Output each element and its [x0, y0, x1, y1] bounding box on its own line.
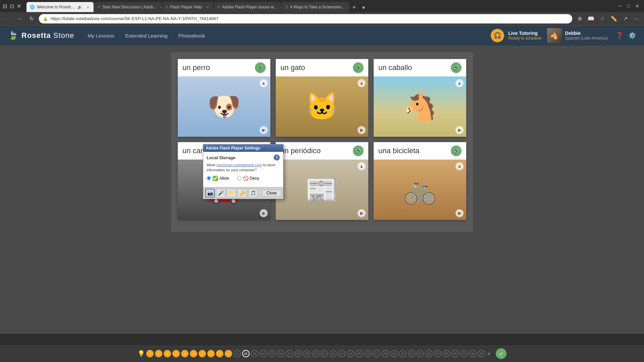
progress-dot-20[interactable]: 20 [312, 350, 319, 357]
nav-my-lessons[interactable]: My Lessons [88, 32, 114, 40]
dialog-link[interactable]: resources.rosettastone.com [216, 163, 262, 167]
progress-dot-34[interactable]: 34 [434, 350, 441, 357]
card-nav-down-periodico[interactable]: ▶ [358, 209, 366, 217]
tab-welcome[interactable]: 🌐 Welcome to Rosetta... 🔊 ✕ [26, 2, 94, 12]
help-icon[interactable]: ❓ [616, 32, 623, 39]
card-nav-down-caballo[interactable]: ▶ [455, 126, 464, 134]
dialog-help-button[interactable]: ? [274, 155, 280, 161]
tab-flash-issues[interactable]: A Adobe Flash Player issues w... ✕ [214, 2, 281, 12]
dialog-radio-deny[interactable]: 🚫 Deny [237, 176, 259, 181]
progress-dot-15[interactable]: 15 [268, 350, 276, 357]
tab-close-2[interactable]: ✕ [160, 5, 161, 9]
progress-dot-28[interactable]: 28 [382, 350, 389, 357]
url-bar[interactable]: 🔒 https://totale.rosettastone.com/course… [39, 14, 572, 23]
card-audio-perro[interactable]: 🔊 [255, 62, 266, 73]
minimize-icon[interactable]: ⊟ [3, 3, 7, 9]
window-controls[interactable]: ⊟ ⊡ ✕ [3, 3, 21, 9]
progress-dot-17[interactable]: 17 [286, 350, 293, 357]
progress-dot-39[interactable]: 39 [478, 350, 485, 357]
progress-dot-32[interactable]: 32 [417, 350, 424, 357]
radio-allow-input[interactable] [207, 176, 211, 180]
tab-close-5[interactable]: ✕ [348, 5, 349, 9]
progress-dot-33[interactable]: 33 [425, 350, 433, 357]
card-nav-down-gato[interactable]: ▶ [358, 126, 366, 134]
more-options-icon[interactable]: ··· [632, 14, 641, 23]
back-button[interactable]: ← [3, 14, 12, 23]
read-mode-icon[interactable]: 📖 [586, 14, 596, 23]
progress-dot-23[interactable]: 23 [338, 350, 345, 357]
progress-dot-4[interactable]: ✓ [172, 350, 180, 357]
progress-dot-12[interactable]: 12 [242, 350, 250, 357]
share-icon[interactable]: ⊕ [575, 14, 584, 23]
card-audio-bicicleta[interactable]: 🔊 [451, 145, 462, 156]
tab-overflow-button[interactable]: ▾ [360, 3, 368, 12]
favorites-icon[interactable]: ☆ [598, 14, 607, 23]
nav-extended-learning[interactable]: Extended Learning [125, 32, 167, 40]
tab-close-4[interactable]: ✕ [280, 5, 281, 9]
progress-dot-31[interactable]: 31 [408, 350, 415, 357]
progress-dot-37[interactable]: 37 [460, 350, 468, 357]
progress-dot-11[interactable]: 11 [233, 350, 241, 357]
maximize-icon[interactable]: ⊡ [10, 3, 14, 9]
tab-flash-help[interactable]: A Flash Player Help ✕ [162, 2, 213, 12]
new-tab-button[interactable]: + [350, 3, 359, 12]
share-btn-icon[interactable]: ↗ [621, 14, 630, 23]
progress-next-arrows[interactable]: » [488, 351, 491, 357]
progress-dot-29[interactable]: 29 [390, 350, 398, 357]
card-nav-down-perro[interactable]: ▶ [260, 126, 268, 134]
card-nav-up-perro[interactable]: ▲ [260, 79, 268, 87]
progress-dot-3[interactable]: ✓ [164, 350, 171, 357]
card-nav-up-periodico[interactable]: ▲ [358, 162, 366, 170]
card-nav-down-bicicleta[interactable]: ▶ [455, 209, 464, 217]
progress-dot-38[interactable]: 38 [469, 350, 476, 357]
radio-deny-input[interactable] [237, 176, 241, 180]
toolbar-mic-btn[interactable]: 🎤 [216, 189, 225, 197]
progress-dot-8[interactable]: ✓ [207, 350, 215, 357]
nav-phrasebook[interactable]: Phrasebook [178, 32, 205, 40]
forward-button[interactable]: → [15, 14, 24, 23]
progress-dot-16[interactable]: 16 [277, 350, 284, 357]
progress-dot-5[interactable]: ✓ [181, 350, 189, 357]
dialog-close-button[interactable]: Close [262, 190, 281, 196]
tab-close-3[interactable]: ✕ [205, 5, 210, 9]
card-nav-down-carro[interactable]: ▶ [260, 209, 268, 217]
card-nav-up-caballo[interactable]: ▲ [455, 79, 464, 87]
refresh-button[interactable]: ↻ [27, 14, 36, 23]
tab-discussion[interactable]: A Start New Discussion | Adob... ✕ [94, 2, 161, 12]
progress-dot-36[interactable]: 36 [451, 350, 459, 357]
settings-icon[interactable]: ⚙️ [629, 32, 636, 39]
toolbar-camera-btn[interactable]: 📷 [205, 189, 215, 197]
live-tutoring-area[interactable]: 🎧 Live Tutoring Ready to schedule [491, 29, 541, 42]
toolbar-settings-btn[interactable]: 🎵 [248, 189, 258, 197]
tab-close-1[interactable]: ✕ [86, 5, 90, 9]
card-nav-up-bicicleta[interactable]: ▲ [455, 162, 464, 170]
window-controls-right[interactable]: ─ □ ✕ [616, 3, 641, 9]
win-close[interactable]: ✕ [633, 3, 641, 9]
progress-dot-6[interactable]: ✓ [190, 350, 197, 357]
card-audio-caballo[interactable]: 🔊 [451, 62, 462, 73]
card-audio-periodico[interactable]: 🔊 [353, 145, 364, 156]
progress-dot-21[interactable]: 21 [321, 350, 328, 357]
progress-complete-button[interactable]: ✓ [496, 348, 506, 359]
progress-dot-22[interactable]: 22 [329, 350, 337, 357]
progress-dot-18[interactable]: 18 [294, 350, 302, 357]
card-nav-up-gato[interactable]: ▲ [358, 79, 366, 87]
win-minimize[interactable]: ─ [616, 3, 624, 9]
close-icon[interactable]: ✕ [17, 3, 21, 9]
progress-dot-26[interactable]: 26 [364, 350, 372, 357]
toolbar-storage-btn[interactable]: 📁 [227, 189, 236, 197]
user-area[interactable]: 🐴 Debbie Spanish (Latin America) [547, 28, 608, 43]
card-audio-gato[interactable]: 🔊 [353, 62, 364, 73]
progress-dot-7[interactable]: ✓ [199, 350, 206, 357]
progress-dot-1[interactable]: ✓ [146, 350, 154, 357]
progress-dot-14[interactable]: 14 [260, 350, 267, 357]
progress-dot-19[interactable]: 19 [303, 350, 311, 357]
progress-dot-30[interactable]: 30 [399, 350, 407, 357]
progress-dot-24[interactable]: 24 [347, 350, 354, 357]
win-restore[interactable]: □ [625, 3, 632, 9]
progress-dot-27[interactable]: 27 [373, 350, 380, 357]
hint-icon[interactable]: 💡 [138, 350, 145, 357]
dialog-radio-allow[interactable]: ✅ Allow [207, 176, 229, 181]
progress-dot-10[interactable]: ✓ [225, 350, 232, 357]
progress-dot-25[interactable]: 25 [356, 350, 363, 357]
